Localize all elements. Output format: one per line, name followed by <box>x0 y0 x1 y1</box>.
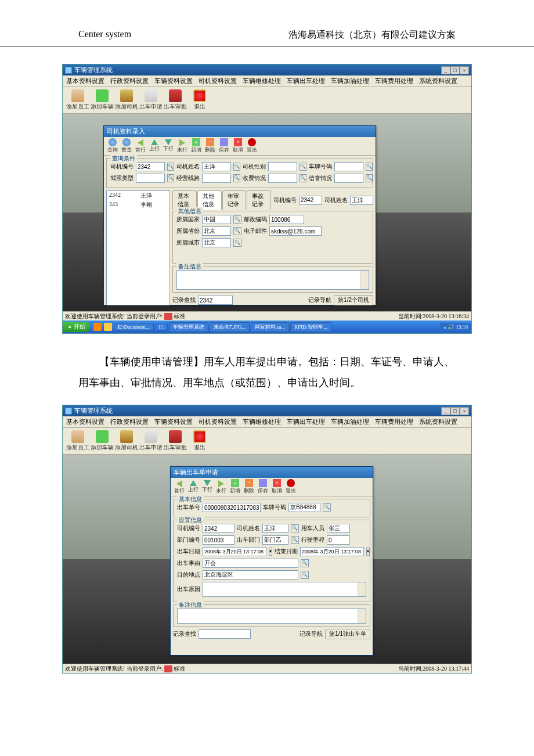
first-button[interactable]: 首行 <box>134 138 147 154</box>
dest-input[interactable] <box>203 570 298 579</box>
menu-item[interactable]: 车辆费用处理 <box>375 417 413 426</box>
cancel-button[interactable]: ×取消 <box>270 479 283 495</box>
driver-name-input[interactable] <box>202 162 231 171</box>
lookup-icon[interactable]: 🔍 <box>300 174 306 182</box>
email-input[interactable] <box>269 226 322 236</box>
menu-item[interactable]: 车辆维修处理 <box>243 417 281 426</box>
lookup-icon[interactable]: 🔍 <box>301 559 309 567</box>
add-driver-button[interactable]: 添加司机 <box>115 89 138 111</box>
zip-input[interactable] <box>269 215 304 224</box>
end-date-input[interactable] <box>300 547 364 556</box>
lookup-icon[interactable]: 🔍 <box>167 174 174 182</box>
quicklaunch-icon[interactable] <box>104 323 112 331</box>
menu-item[interactable]: 基本资料设置 <box>66 77 104 85</box>
menu-item[interactable]: 车辆出车处理 <box>287 417 325 426</box>
exit-inner-button[interactable]: 退出 <box>284 479 297 495</box>
prev-button[interactable]: 上行 <box>187 479 200 495</box>
dropdown-icon[interactable]: ▾ <box>366 548 370 556</box>
menu-item[interactable]: 行政资料设置 <box>110 77 149 85</box>
prev-button[interactable]: 上行 <box>148 138 161 154</box>
ime-icon[interactable] <box>164 313 172 320</box>
lookup-icon[interactable]: 🔍 <box>233 174 240 182</box>
lookup-icon[interactable]: 🔍 <box>233 215 241 224</box>
task-item[interactable]: 未命名7.JPG... <box>210 322 250 332</box>
delete-button[interactable]: −删除 <box>204 138 217 154</box>
system-tray[interactable]: «🔊13:16 <box>440 323 471 331</box>
menu-item[interactable]: 系统资料设置 <box>419 77 457 85</box>
start-button[interactable]: ✦开始 <box>63 322 90 332</box>
lookup-icon[interactable]: 🔍 <box>233 239 241 247</box>
task-item[interactable]: I:\ <box>155 323 168 331</box>
dispatch-apply-button[interactable]: 出车申请 <box>139 430 163 452</box>
menu-item[interactable]: 系统资料设置 <box>419 417 457 426</box>
lookup-icon[interactable]: 🔍 <box>291 536 299 544</box>
add-driver-button[interactable]: 添加司机 <box>115 430 138 452</box>
record-find-input[interactable] <box>198 296 233 305</box>
menu-item[interactable]: 车辆加油处理 <box>331 417 369 426</box>
credit-input[interactable] <box>334 174 363 183</box>
tray-icon[interactable]: 🔊 <box>448 324 454 330</box>
save-button[interactable]: 保存 <box>257 479 269 495</box>
add-vehicle-button[interactable]: 添加车辆 <box>91 430 114 452</box>
fee-input[interactable] <box>268 174 297 183</box>
license-type-input[interactable] <box>136 174 165 183</box>
close-button[interactable]: × <box>460 407 469 415</box>
task-item[interactable]: 网宣材料.ra... <box>251 322 289 332</box>
remark-textarea[interactable] <box>177 609 366 624</box>
driver-list[interactable]: 2342王洋 243李刚 <box>106 190 170 305</box>
province-input[interactable] <box>202 226 231 236</box>
minimize-button[interactable]: _ <box>441 407 450 415</box>
minimize-button[interactable]: _ <box>441 66 450 74</box>
lookup-icon[interactable]: 🔍 <box>366 174 373 182</box>
dispatch-audit-button[interactable]: 出车审批 <box>164 89 187 111</box>
save-button[interactable]: 保存 <box>218 138 230 154</box>
record-nav-button[interactable]: 第1/2个司机 <box>334 295 373 305</box>
menu-item[interactable]: 车辆维修处理 <box>243 77 281 85</box>
close-button[interactable]: × <box>460 66 469 74</box>
lookup-icon[interactable]: 🔍 <box>233 163 240 171</box>
menu-item[interactable]: 车辆出车处理 <box>287 77 325 85</box>
country-input[interactable] <box>202 215 231 224</box>
next-button[interactable]: 下行 <box>201 479 214 495</box>
menu-item[interactable]: 司机资料设置 <box>199 417 237 426</box>
task-item[interactable]: 车辆管理系统 <box>169 322 208 332</box>
remark-textarea[interactable] <box>176 270 369 290</box>
requery-button[interactable]: 重查 <box>120 138 133 154</box>
menu-item[interactable]: 车辆资料设置 <box>154 77 193 85</box>
hdr-id[interactable] <box>299 196 322 205</box>
menu-item[interactable]: 司机资料设置 <box>199 77 237 85</box>
order-no-input[interactable] <box>203 503 261 512</box>
tab-accident[interactable]: 事故记录 <box>247 190 271 210</box>
lookup-icon[interactable]: 🔍 <box>291 524 299 532</box>
last-button[interactable]: 末行 <box>215 479 228 495</box>
exit-inner-button[interactable]: 退出 <box>246 138 258 154</box>
tab-inspection[interactable]: 年审记录 <box>222 190 247 210</box>
record-find-input[interactable] <box>199 629 251 639</box>
quicklaunch-icon[interactable] <box>93 323 102 331</box>
dropdown-icon[interactable]: ▾ <box>269 548 272 556</box>
driver-id-input[interactable] <box>203 524 234 533</box>
exit-button[interactable]: 退出 <box>188 89 211 111</box>
exit-button[interactable]: 退出 <box>188 430 211 452</box>
ime-icon[interactable] <box>164 665 172 672</box>
dispatch-audit-button[interactable]: 出车审批 <box>164 430 187 452</box>
add-employee-button[interactable]: 添加员工 <box>66 89 89 111</box>
task-item[interactable]: E:\Document... <box>114 323 154 331</box>
add-button[interactable]: +新增 <box>229 479 241 495</box>
add-employee-button[interactable]: 添加员工 <box>66 430 89 452</box>
last-button[interactable]: 末行 <box>176 138 189 154</box>
driver-gender-input[interactable] <box>268 162 297 171</box>
query-button[interactable]: 查询 <box>106 138 119 154</box>
reason-input[interactable] <box>203 559 298 568</box>
record-nav-button[interactable]: 第1/1张出车单 <box>325 629 370 639</box>
delete-button[interactable]: −删除 <box>243 479 255 495</box>
plate-input[interactable] <box>334 162 363 171</box>
dispatch-apply-button[interactable]: 出车申请 <box>139 89 163 111</box>
cancel-button[interactable]: ×取消 <box>232 138 244 154</box>
route-input[interactable] <box>202 174 231 183</box>
maximize-button[interactable]: □ <box>450 66 460 74</box>
menu-item[interactable]: 车辆资料设置 <box>154 417 193 426</box>
cause-textarea[interactable] <box>203 582 366 597</box>
lookup-icon[interactable]: 🔍 <box>167 163 174 171</box>
driver-name-input[interactable] <box>262 524 288 533</box>
